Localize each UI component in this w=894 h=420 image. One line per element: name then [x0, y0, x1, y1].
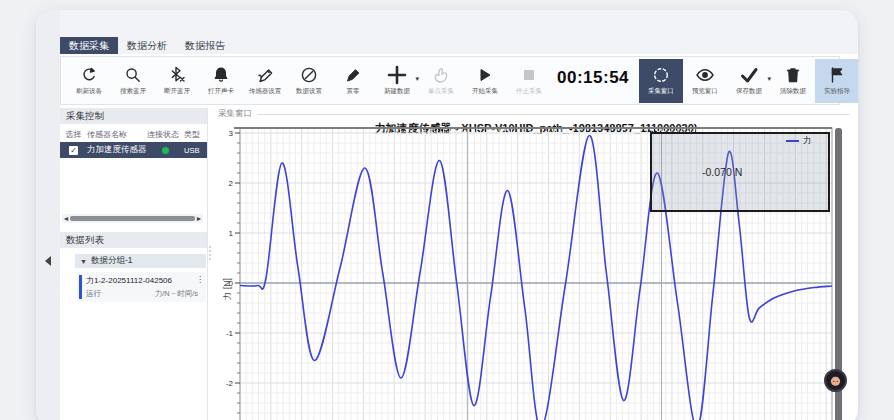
toolbar-single-point-collect-button[interactable]: 单点采集: [419, 59, 463, 103]
toolbar-new-data-button[interactable]: 新建数据▾: [375, 59, 419, 103]
hand-pen-icon: [256, 65, 274, 85]
toolbar-label: 搜索蓝牙: [120, 87, 146, 96]
svg-text:-1: -1: [226, 329, 234, 338]
item-title: 力1-2-20251112-042506: [86, 275, 172, 286]
toolbar-label: 清除数据: [780, 87, 806, 96]
sensor-checkbox[interactable]: ✓: [69, 146, 78, 155]
toolbar-set-zero-button[interactable]: 置零: [331, 59, 375, 103]
toolbar-experiment-guide-button[interactable]: 实验指导: [815, 59, 858, 103]
toolbar-stop-collect-button[interactable]: 停止采集: [507, 59, 551, 103]
toolbar-search-bluetooth-button[interactable]: 搜索蓝牙: [111, 59, 155, 103]
data-list-item[interactable]: 力1-2-20251112-042506 运行 力/N－时间/s ⋮: [77, 272, 206, 302]
bt-off-icon: [168, 65, 186, 85]
toolbar-label: 刷新设备: [76, 87, 102, 96]
toolbar-disconnect-bluetooth-button[interactable]: 断开蓝牙: [155, 59, 199, 103]
data-list-header: 数据列表: [60, 232, 207, 248]
tab-collect[interactable]: 数据采集: [60, 37, 118, 54]
sensor-row[interactable]: ✓力加速度传感器USB: [60, 142, 207, 158]
bell-icon: [212, 65, 230, 85]
scroll-right-icon[interactable]: ►: [195, 215, 203, 222]
play-icon: [477, 65, 493, 85]
item-menu-icon[interactable]: ⋮: [196, 275, 204, 284]
svg-text:2: 2: [229, 179, 234, 188]
groupbox-title-row: 采集窗口: [218, 108, 850, 120]
chevron-down-icon: ▼: [80, 258, 87, 265]
toolbar-label: 采集窗口: [648, 87, 674, 96]
sensor-table-header: 选择传感器名称连接状态类型: [60, 127, 207, 142]
toolbar-label: 开始采集: [472, 87, 498, 96]
circle-pen-icon: [300, 65, 318, 85]
toolbar-label: 单点采集: [428, 87, 454, 96]
svg-text:0: 0: [229, 279, 234, 288]
pen-icon: [344, 65, 362, 85]
toolbar-label: 断开蓝牙: [164, 87, 190, 96]
svg-text:-2: -2: [226, 379, 234, 388]
app-window: 数据采集数据分析数据报告 刷新设备搜索蓝牙断开蓝牙打开声卡传感器设置数据设置置零…: [36, 10, 858, 420]
column-header: 连接状态: [147, 129, 184, 140]
collect-control-header: 采集控制: [60, 108, 207, 124]
toolbar-label: 数据设置: [296, 87, 322, 96]
data-group-label: 数据分组-1: [91, 255, 133, 267]
trash-icon: [785, 65, 801, 85]
toolbar-label: 实验指导: [824, 87, 850, 96]
acquisition-timer: 00:15:54: [557, 68, 629, 88]
toolbar-label: 保存数据: [736, 87, 762, 96]
toolbar-refresh-device-button[interactable]: 刷新设备: [67, 59, 111, 103]
groupbox-line: [257, 114, 850, 115]
avatar-face-icon: [828, 373, 843, 388]
legend-line-swatch: [786, 140, 799, 142]
tab-report[interactable]: 数据报告: [176, 37, 234, 54]
collect-control-panel: 采集控制 选择传感器名称连接状态类型 ✓力加速度传感器USB ◄ ► 数据列表 …: [60, 108, 208, 420]
dash-circle-icon: [651, 65, 671, 85]
main-tabs: 数据采集数据分析数据报告: [60, 37, 234, 54]
search-icon: [124, 65, 142, 85]
column-header: 传感器名称: [87, 129, 147, 140]
item-accent-bar: [79, 275, 82, 299]
toolbar-start-collect-button[interactable]: 开始采集: [463, 59, 507, 103]
scroll-left-icon[interactable]: ◄: [62, 215, 70, 222]
svg-text:1: 1: [229, 229, 234, 238]
hand-ok-icon: [432, 65, 450, 85]
toolbar-open-soundcard-button[interactable]: 打开声卡: [199, 59, 243, 103]
column-header: 选择: [60, 129, 87, 140]
toolbar-data-settings-button[interactable]: 数据设置: [287, 59, 331, 103]
measurement-annotation: -0.070 N: [702, 166, 742, 178]
status-dot: [162, 147, 169, 154]
toolbar-clear-data-button[interactable]: 清除数据: [771, 59, 815, 103]
item-axes: 力/N－时间/s: [155, 289, 198, 299]
groupbox-label: 采集窗口: [218, 108, 252, 120]
assistant-avatar-button[interactable]: [824, 369, 847, 392]
plus-icon: [385, 65, 409, 85]
svg-text:3: 3: [229, 129, 234, 138]
chart-panel: 采集窗口 力加速度传感器 - XHSP-V10HID_path_-1981348…: [212, 108, 858, 420]
horizontal-scrollbar[interactable]: ◄ ►: [62, 214, 203, 223]
stop-icon: [521, 65, 537, 85]
left-chrome-strip: [36, 10, 60, 420]
sensor-name: 力加速度传感器: [87, 144, 147, 156]
toolbar-label: 传感器设置: [249, 87, 282, 96]
toolbar-label: 停止采集: [516, 87, 542, 96]
item-status: 运行: [86, 289, 101, 299]
toolbar-label: 预览窗口: [692, 87, 718, 96]
toolbar: 刷新设备搜索蓝牙断开蓝牙打开声卡传感器设置数据设置置零新建数据▾单点采集开始采集…: [60, 56, 840, 105]
scrollbar-thumb[interactable]: [70, 216, 195, 221]
toolbar-label: 打开声卡: [208, 87, 234, 96]
check-icon: [739, 65, 759, 85]
toolbar-sensor-settings-button[interactable]: 传感器设置: [243, 59, 287, 103]
data-group-row[interactable]: ▼ 数据分组-1: [75, 254, 206, 268]
toolbar-save-data-button[interactable]: 保存数据▾: [727, 59, 771, 103]
tab-analysis[interactable]: 数据分析: [118, 37, 176, 54]
sidebar-collapse-icon[interactable]: [45, 256, 51, 266]
toolbar-preview-window-button[interactable]: 预览窗口: [683, 59, 727, 103]
flag-icon: [828, 65, 846, 85]
legend-label: 力: [803, 135, 812, 147]
toolbar-label: 置零: [347, 87, 360, 96]
refresh-icon: [80, 65, 98, 85]
sensor-type: USB: [184, 146, 206, 155]
toolbar-collect-window-button[interactable]: 采集窗口: [639, 59, 683, 103]
chart-legend: 力: [786, 135, 812, 147]
toolbar-label: 新建数据: [384, 87, 410, 96]
column-header: 类型: [184, 129, 206, 140]
eye-icon: [695, 65, 715, 85]
